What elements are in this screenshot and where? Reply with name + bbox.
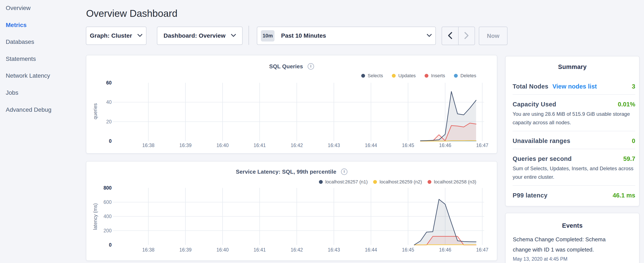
summary-row-unavailable-ranges: Unavailable ranges0 — [512, 131, 635, 149]
summary-row-label: Unavailable ranges — [512, 137, 570, 145]
sidebar-item-advanced-debug[interactable]: Advanced Debug — [6, 106, 52, 113]
x-axis-tick-label: 16:43 — [317, 247, 351, 253]
time-window-label: Past 10 Minutes — [281, 32, 427, 39]
x-axis-tick-label: 16:39 — [168, 142, 202, 149]
chart-legend: SelectsUpdatesInsertsDeletes — [352, 73, 476, 79]
y-axis-tick-label: 20 — [86, 119, 112, 125]
sidebar-item-network-latency[interactable]: Network Latency — [6, 72, 50, 79]
legend-item-localhost-26259-n2[interactable]: localhost:26259 (n2) — [373, 179, 422, 185]
next-time-button[interactable] — [458, 27, 475, 45]
chart-title-service-latency-sql-99th-percentile: Service Latency: SQL, 99th percentile — [236, 167, 336, 176]
x-axis-tick-label: 16:41 — [242, 142, 276, 149]
summary-row-value: 3 — [632, 83, 635, 90]
service-latency-chart-card: Service Latency: SQL, 99th percentileilo… — [86, 161, 497, 261]
sidebar-item-jobs[interactable]: Jobs — [6, 89, 18, 96]
summary-row-value: 59.7 — [624, 155, 635, 163]
event-timestamp: May 13, 2020 at 4:45 PM — [513, 256, 634, 262]
legend-label: Updates — [398, 73, 416, 79]
legend-item-localhost-26258-n3[interactable]: localhost:26258 (n3) — [428, 179, 476, 185]
sidebar-item-statements[interactable]: Statements — [6, 55, 36, 63]
legend-item-inserts[interactable]: Inserts — [424, 73, 445, 79]
summary-row-value: 0 — [632, 137, 635, 145]
info-icon[interactable]: i — [308, 63, 314, 70]
x-axis-tick-label: 16:45 — [391, 142, 425, 149]
y-axis-title: queries — [92, 103, 98, 119]
x-axis-tick-label: 16:42 — [280, 142, 314, 149]
toolbar-divider — [248, 26, 249, 45]
legend-dot — [454, 74, 458, 78]
y-axis-tick-label: 60 — [86, 80, 112, 86]
summary-row-value: 46.1 ms — [613, 191, 635, 199]
summary-row-description: You are using 28.6 MiB of 515.9 GiB usab… — [512, 110, 635, 127]
y-axis-tick-label: 400 — [86, 213, 112, 220]
event-message: Schema Change Completed: Schema change w… — [513, 234, 617, 255]
x-axis-tick-label: 16:39 — [168, 247, 202, 253]
summary-row-label: P99 latency — [512, 191, 548, 199]
sidebar-item-overview[interactable]: Overview — [6, 5, 30, 12]
x-axis-tick-label: 16:41 — [242, 247, 276, 253]
page-title: Overview Dashboard — [86, 8, 178, 19]
legend-item-localhost-26257-n1[interactable]: localhost:26257 (n1) — [319, 179, 368, 185]
view-nodes-list-link[interactable]: View nodes list — [552, 83, 597, 90]
summary-row-description: Sum of Selects, Updates, Inserts, and De… — [512, 164, 635, 181]
previous-time-button[interactable] — [442, 27, 458, 45]
legend-label: Deletes — [460, 73, 476, 79]
info-icon[interactable]: i — [341, 168, 348, 175]
event-item[interactable]: Schema Change Completed: Schema change w… — [513, 234, 634, 262]
chevron-left-icon — [448, 32, 452, 40]
x-axis-tick-label: 16:43 — [317, 142, 351, 149]
legend-dot — [361, 74, 365, 78]
y-axis-title: latency (ms) — [92, 203, 98, 230]
legend-item-deletes[interactable]: Deletes — [454, 73, 476, 79]
dashboard-dropdown-label: Dashboard: Overview — [164, 32, 226, 39]
summary-row-header: Total NodesView nodes list3 — [512, 83, 635, 90]
legend-dot — [392, 74, 396, 78]
graph-dropdown[interactable]: Graph: Cluster — [86, 27, 146, 45]
sidebar-item-metrics[interactable]: Metrics — [6, 22, 26, 29]
sidebar-item-databases[interactable]: Databases — [6, 38, 34, 46]
summary-row-queries-per-second: Queries per second59.7Sum of Selects, Up… — [512, 149, 635, 186]
summary-row-header: Capacity Used0.01% — [512, 100, 635, 108]
x-axis-tick-label: 16:46 — [428, 142, 462, 149]
summary-row-label: Queries per second — [512, 155, 572, 163]
now-button[interactable]: Now — [479, 27, 508, 45]
y-axis-tick-label: 0 — [86, 242, 112, 248]
legend-label: localhost:26257 (n1) — [325, 179, 368, 185]
y-axis-tick-label: 200 — [86, 227, 112, 234]
summary-row-label: Total Nodes — [512, 83, 548, 90]
chevron-down-icon — [427, 34, 432, 38]
legend-item-selects[interactable]: Selects — [361, 73, 383, 79]
summary-row-label: Capacity Used — [512, 100, 556, 108]
y-axis-tick-label: 600 — [86, 199, 112, 205]
y-axis-tick-label: 800 — [86, 185, 112, 191]
chart-title-sql-queries: SQL Queries — [269, 62, 303, 71]
event-list: Schema Change Completed: Schema change w… — [513, 234, 634, 262]
chevron-right-icon-svg — [464, 32, 469, 39]
x-axis-tick-label: 16:38 — [132, 247, 166, 253]
legend-label: Selects — [368, 73, 383, 79]
chart-inner: Service Latency: SQL, 99th percentileilo… — [86, 161, 497, 261]
chart-plot-area — [86, 161, 497, 261]
chevron-left-icon-svg — [448, 32, 452, 39]
chart-title-row: Service Latency: SQL, 99th percentilei — [86, 167, 497, 176]
summary-row-header: P99 latency46.1 ms — [512, 191, 635, 199]
summary-title: Summary — [506, 63, 639, 70]
summary-row-header: Queries per second59.7 — [512, 155, 635, 163]
summary-rows: Total NodesView nodes list3Capacity Used… — [512, 77, 635, 203]
dashboard-dropdown[interactable]: Dashboard: Overview — [157, 27, 242, 45]
legend-item-updates[interactable]: Updates — [392, 73, 416, 79]
chevron-down-icon — [137, 34, 142, 38]
summary-row-total-nodes: Total NodesView nodes list3 — [512, 77, 635, 95]
legend-label: localhost:26258 (n3) — [434, 179, 476, 185]
chevron-down-icon — [231, 34, 236, 38]
chevron-right-icon — [464, 32, 469, 40]
y-axis-tick-label: 40 — [86, 99, 112, 105]
y-axis-tick-label: 0 — [86, 138, 112, 144]
time-window-selector[interactable]: 10m Past 10 Minutes — [257, 27, 436, 45]
chevron-down-icon-svg — [427, 34, 432, 37]
sidebar: OverviewMetricsDatabasesStatementsNetwor… — [0, 0, 84, 263]
x-axis-tick-label: 16:47 — [465, 247, 499, 253]
legend-dot — [319, 180, 323, 184]
x-axis-tick-label: 16:46 — [428, 247, 462, 253]
sql-queries-chart-card: SQL QueriesiSelectsUpdatesInsertsDeletes… — [86, 55, 497, 154]
